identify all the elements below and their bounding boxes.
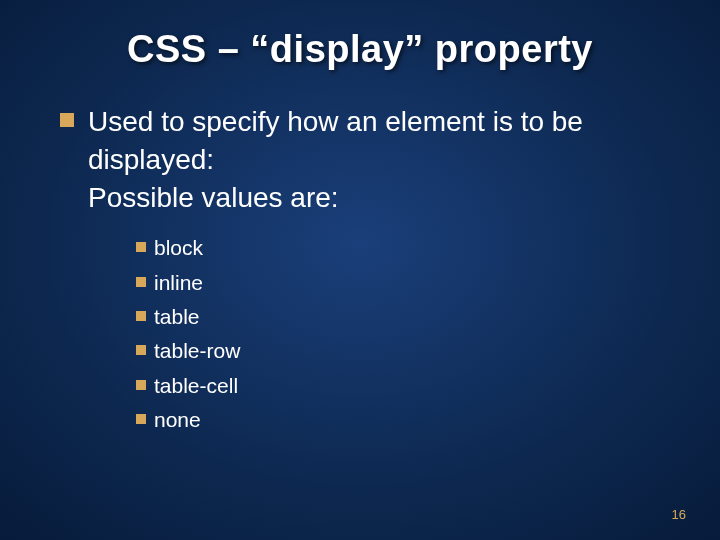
bullet-level-2-text: block — [154, 234, 203, 262]
bullet-level-2: inline — [136, 269, 670, 297]
square-bullet-icon — [136, 380, 146, 390]
bullet-level-2: table — [136, 303, 670, 331]
bullet-level-2: table-cell — [136, 372, 670, 400]
bullet-level-1: Used to specify how an element is to be … — [60, 103, 670, 216]
square-bullet-icon — [136, 311, 146, 321]
sub-bullet-list: block inline table table-row table-cell … — [136, 234, 670, 434]
bullet-level-2: none — [136, 406, 670, 434]
page-number: 16 — [672, 507, 686, 522]
bullet-level-2: block — [136, 234, 670, 262]
bullet-level-2-text: table — [154, 303, 200, 331]
square-bullet-icon — [60, 113, 74, 127]
square-bullet-icon — [136, 414, 146, 424]
square-bullet-icon — [136, 277, 146, 287]
square-bullet-icon — [136, 345, 146, 355]
bullet-level-1-text: Used to specify how an element is to be … — [88, 103, 670, 216]
slide: CSS – “display” property Used to specify… — [0, 0, 720, 540]
bullet-level-2-text: inline — [154, 269, 203, 297]
bullet-level-2-text: table-cell — [154, 372, 238, 400]
slide-title: CSS – “display” property — [50, 28, 670, 71]
square-bullet-icon — [136, 242, 146, 252]
bullet-level-2-text: none — [154, 406, 201, 434]
bullet-level-2-text: table-row — [154, 337, 240, 365]
bullet-level-2: table-row — [136, 337, 670, 365]
